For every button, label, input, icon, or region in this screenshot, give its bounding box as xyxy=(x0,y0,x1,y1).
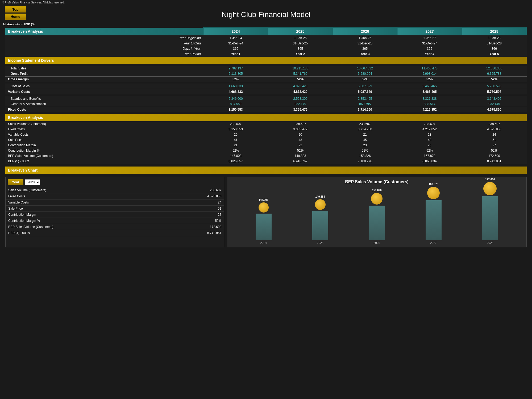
year-beginning-2024: 1-Jan-24 xyxy=(203,35,268,41)
gross-margin-2025: 52% xyxy=(268,77,333,82)
year-ending-2026: 31-Dec-26 xyxy=(333,41,397,46)
chart-bar-2024 xyxy=(256,214,272,240)
contrib-margin-pct-2027: 52% xyxy=(397,148,462,153)
year-period-row: Year Period Year 1 Year 2 Year 3 Year 4 … xyxy=(5,51,527,57)
salaries-2024: 2.346.000 xyxy=(203,96,268,101)
gen-admin-label: General & Administration xyxy=(5,101,203,107)
cost-of-sales-2024: 4.668.333 xyxy=(203,84,268,89)
bep-sales-volume-row: Sales Volume (Customers) 238.607 238.607… xyxy=(5,121,527,127)
chart-x-labels: 20242025202620272028 xyxy=(230,240,524,244)
year-label-button[interactable]: Year xyxy=(8,179,23,185)
chart-bar-group-2028: 172.600 xyxy=(482,178,498,240)
cost-of-sales-2027: 5.465.465 xyxy=(397,84,462,89)
chart-area: 147.003149.883158.826167.870172.600 xyxy=(230,187,524,240)
total-sales-2025: 10.215.180 xyxy=(268,66,333,71)
days-2026: 365 xyxy=(333,46,397,51)
chart-bar-2028 xyxy=(482,196,498,240)
lp-sales-volume-label: Sales Volume (Customers) xyxy=(6,187,163,193)
contrib-margin-2026: 23 xyxy=(333,143,397,148)
sale-price-2026: 45 xyxy=(333,137,397,143)
bep-fixed-costs-label: Fixed Costs xyxy=(5,127,203,132)
contrib-margin-2028: 27 xyxy=(462,143,527,148)
bep-sales-volume-2028: 238.607 xyxy=(462,121,527,127)
gen-admin-row: General & Administration 804.553 832.179… xyxy=(5,101,527,107)
lp-bep-sales-volume-val: 172.600 xyxy=(163,224,224,230)
breakeven-analysis-header-row: Breakeven Analysis 2024 2025 2026 2027 2… xyxy=(5,28,527,35)
gen-admin-2024: 804.553 xyxy=(203,101,268,107)
lp-fixed-costs: Fixed Costs 4.575.850 xyxy=(6,193,224,200)
chart-value-label-2024: 147.003 xyxy=(259,198,268,201)
gross-profit-2026: 5.580.004 xyxy=(333,71,397,77)
year-ending-2027: 31-Dec-27 xyxy=(397,41,462,46)
breakeven-section-header-row: Breakeven Analysis xyxy=(5,114,527,121)
gen-admin-2028: 932.445 xyxy=(462,101,527,107)
gross-margin-2028: 52% xyxy=(462,77,527,82)
left-panel-table: Sales Volume (Customers) 238.607 Fixed C… xyxy=(6,187,224,236)
year-ending-2028: 31-Dec-28 xyxy=(462,41,527,46)
year-2027-header: 2027 xyxy=(397,28,462,35)
days-2027: 365 xyxy=(397,46,462,51)
year-2026-header: 2026 xyxy=(333,28,397,35)
page-title: Night Club Financial Model xyxy=(0,5,532,22)
cost-of-sales-2026: 5.087.629 xyxy=(333,84,397,89)
chart-value-label-2026: 158.826 xyxy=(372,189,381,192)
top-button[interactable]: Top xyxy=(5,6,26,13)
bep-sales-vol-label: BEP Sales Volume (Customers) xyxy=(5,153,203,159)
contrib-margin-2025: 22 xyxy=(268,143,333,148)
gross-profit-2024: 5.113.805 xyxy=(203,71,268,77)
top-nav-buttons: Top Home xyxy=(3,5,28,21)
year-beginning-2025: 1-Jan-25 xyxy=(268,35,333,41)
year-beginning-2027: 1-Jan-27 xyxy=(397,35,462,41)
year-period-label: Year Period xyxy=(5,51,203,57)
bep-dollars-row: BEP ($) - 000's 6.026.657 6.416.767 7.10… xyxy=(5,159,527,164)
year-beginning-row: Year Beginning 1-Jan-24 1-Jan-25 1-Jan-2… xyxy=(5,35,527,41)
contribution-margin-pct-label: Contribution Margin % xyxy=(5,148,203,153)
sale-price-2024: 41 xyxy=(203,137,268,143)
lp-fixed-costs-label: Fixed Costs xyxy=(6,193,163,200)
gross-margin-2024: 52% xyxy=(203,77,268,82)
salaries-2028: 3.643.405 xyxy=(462,96,527,101)
lp-sales-volume: Sales Volume (Customers) 238.607 xyxy=(6,187,224,193)
year-select-dropdown[interactable]: 2024 2025 2026 2027 2028 xyxy=(25,179,40,185)
gross-margin-2026: 52% xyxy=(333,77,397,82)
days-in-year-row: Days in Year 366 365 365 365 366 xyxy=(5,46,527,51)
bep-variable-2024: 20 xyxy=(203,132,268,137)
fixed-costs-2024: 3.150.553 xyxy=(203,107,268,113)
bep-dollars-2027: 8.065.034 xyxy=(397,159,462,164)
total-sales-2026: 10.667.632 xyxy=(333,66,397,71)
bep-sales-volume-2025: 238.607 xyxy=(268,121,333,127)
lp-contribution-margin-val: 27 xyxy=(163,212,224,218)
contrib-margin-pct-2028: 52% xyxy=(462,148,527,153)
cost-of-sales-label: Cost of Sales xyxy=(5,84,203,89)
year-2028-header: 2028 xyxy=(462,28,527,35)
days-2025: 365 xyxy=(268,46,333,51)
income-drivers-label: Income Statement Drivers xyxy=(5,57,527,64)
salaries-2026: 2.853.465 xyxy=(333,96,397,101)
fixed-costs-2027: 4.219.852 xyxy=(397,107,462,113)
breakeven-section-label: Breakeven Analysis xyxy=(5,114,527,121)
lp-sale-price-val: 51 xyxy=(163,206,224,212)
home-button[interactable]: Home xyxy=(5,14,26,20)
lp-bep-dollars-label: BEP ($) - 000's xyxy=(6,230,163,236)
lp-contribution-margin-pct-label: Contribution Margin % xyxy=(6,218,163,224)
chart-bar-2026 xyxy=(369,206,385,240)
lp-contribution-margin-label: Contribution Margin xyxy=(6,212,163,218)
contribution-margin-row: Contribution Margin 21 22 23 25 27 xyxy=(5,143,527,148)
bep-variable-costs-label: Variable Costs xyxy=(5,132,203,137)
chart-value-label-2025: 149.883 xyxy=(315,195,325,198)
lp-variable-costs-label: Variable Costs xyxy=(6,200,163,206)
bep-sales-vol-row: BEP Sales Volume (Customers) 147.003 149… xyxy=(5,153,527,159)
left-panel: Year 2024 2025 2026 2027 2028 Sales Volu… xyxy=(5,177,224,247)
chart-bar-group-2025: 149.883 xyxy=(312,195,328,240)
chart-title: BEP Sales Volume (Customers) xyxy=(230,180,524,184)
gross-profit-label: Gross Profit xyxy=(5,71,203,77)
chart-x-label-2027: 2027 xyxy=(423,241,444,244)
cost-of-sales-row: Cost of Sales 4.668.333 4.873.420 5.087.… xyxy=(5,84,527,89)
total-sales-2027: 11.463.478 xyxy=(397,66,462,71)
year-2024-header: 2024 xyxy=(203,28,268,35)
bep-sales-vol-2025: 149.883 xyxy=(268,153,333,159)
year-selector-row: Year 2024 2025 2026 2027 2028 xyxy=(6,177,224,187)
period-2027: Year 4 xyxy=(397,51,462,57)
gross-margin-row: Gross margin 52% 52% 52% 52% 52% xyxy=(5,77,527,82)
chart-value-label-2027: 167.870 xyxy=(429,183,438,186)
